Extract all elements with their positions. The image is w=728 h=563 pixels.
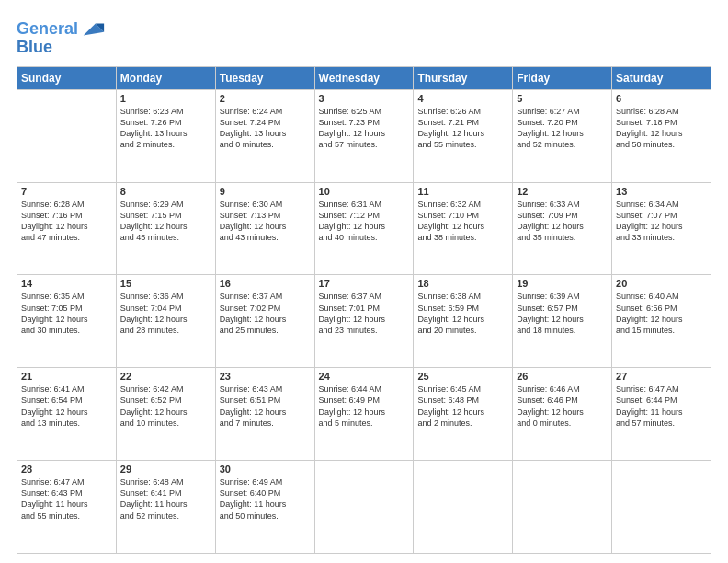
day-info: Sunrise: 6:42 AM Sunset: 6:52 PM Dayligh… [120,384,211,429]
day-number: 17 [319,278,410,289]
calendar-cell: 1Sunrise: 6:23 AM Sunset: 7:26 PM Daylig… [116,89,215,182]
logo: General Blue [17,17,106,57]
day-info: Sunrise: 6:37 AM Sunset: 7:01 PM Dayligh… [319,291,410,336]
day-number: 9 [220,186,311,197]
calendar-cell: 20Sunrise: 6:40 AM Sunset: 6:56 PM Dayli… [612,275,711,368]
calendar-cell: 6Sunrise: 6:28 AM Sunset: 7:18 PM Daylig… [612,89,711,182]
day-number: 16 [220,278,311,289]
header: General Blue [17,17,711,57]
week-row-3: 21Sunrise: 6:41 AM Sunset: 6:54 PM Dayli… [17,368,711,461]
day-number: 19 [517,278,608,289]
logo-general: General [17,19,78,38]
calendar-cell: 17Sunrise: 6:37 AM Sunset: 7:01 PM Dayli… [314,275,414,368]
day-info: Sunrise: 6:43 AM Sunset: 6:51 PM Dayligh… [220,384,311,429]
calendar-cell: 29Sunrise: 6:48 AM Sunset: 6:41 PM Dayli… [116,461,215,554]
calendar-cell: 18Sunrise: 6:38 AM Sunset: 6:59 PM Dayli… [414,275,513,368]
day-number: 28 [21,464,112,475]
day-info: Sunrise: 6:24 AM Sunset: 7:24 PM Dayligh… [220,106,311,151]
calendar-cell: 16Sunrise: 6:37 AM Sunset: 7:02 PM Dayli… [215,275,314,368]
week-row-0: 1Sunrise: 6:23 AM Sunset: 7:26 PM Daylig… [17,89,711,182]
day-number: 20 [616,278,707,289]
calendar-cell: 22Sunrise: 6:42 AM Sunset: 6:52 PM Dayli… [116,368,215,461]
day-number: 7 [21,186,112,197]
day-number: 10 [319,186,410,197]
day-info: Sunrise: 6:28 AM Sunset: 7:16 PM Dayligh… [21,199,112,244]
day-info: Sunrise: 6:34 AM Sunset: 7:07 PM Dayligh… [616,199,707,244]
day-number: 25 [417,371,508,382]
day-info: Sunrise: 6:49 AM Sunset: 6:40 PM Dayligh… [220,477,311,522]
day-info: Sunrise: 6:35 AM Sunset: 7:05 PM Dayligh… [21,291,112,336]
day-number: 23 [220,371,311,382]
day-info: Sunrise: 6:37 AM Sunset: 7:02 PM Dayligh… [220,291,311,336]
calendar-cell: 27Sunrise: 6:47 AM Sunset: 6:44 PM Dayli… [612,368,711,461]
col-header-monday: Monday [116,66,215,89]
logo-icon [80,17,106,42]
calendar-cell: 8Sunrise: 6:29 AM Sunset: 7:15 PM Daylig… [116,182,215,275]
calendar-cell: 19Sunrise: 6:39 AM Sunset: 6:57 PM Dayli… [513,275,612,368]
calendar-cell: 9Sunrise: 6:30 AM Sunset: 7:13 PM Daylig… [215,182,314,275]
calendar-cell: 4Sunrise: 6:26 AM Sunset: 7:21 PM Daylig… [414,89,513,182]
day-number: 5 [517,93,608,104]
day-number: 21 [21,371,112,382]
day-info: Sunrise: 6:47 AM Sunset: 6:44 PM Dayligh… [616,384,707,429]
day-number: 3 [319,93,410,104]
calendar-cell: 13Sunrise: 6:34 AM Sunset: 7:07 PM Dayli… [612,182,711,275]
col-header-wednesday: Wednesday [314,66,414,89]
day-info: Sunrise: 6:40 AM Sunset: 6:56 PM Dayligh… [616,291,707,336]
calendar-cell [17,89,117,182]
calendar-cell [513,461,612,554]
day-info: Sunrise: 6:48 AM Sunset: 6:41 PM Dayligh… [120,477,211,522]
col-header-sunday: Sunday [17,66,117,89]
day-info: Sunrise: 6:28 AM Sunset: 7:18 PM Dayligh… [616,106,707,151]
week-row-1: 7Sunrise: 6:28 AM Sunset: 7:16 PM Daylig… [17,182,711,275]
calendar-cell: 10Sunrise: 6:31 AM Sunset: 7:12 PM Dayli… [314,182,414,275]
day-number: 18 [417,278,508,289]
week-row-2: 14Sunrise: 6:35 AM Sunset: 7:05 PM Dayli… [17,275,711,368]
calendar-cell: 7Sunrise: 6:28 AM Sunset: 7:16 PM Daylig… [17,182,117,275]
day-number: 27 [616,371,707,382]
calendar-cell [314,461,414,554]
calendar-table: SundayMondayTuesdayWednesdayThursdayFrid… [17,66,711,554]
calendar-cell: 2Sunrise: 6:24 AM Sunset: 7:24 PM Daylig… [215,89,314,182]
day-info: Sunrise: 6:30 AM Sunset: 7:13 PM Dayligh… [220,199,311,244]
day-number: 2 [220,93,311,104]
logo-text: General [17,20,78,39]
day-info: Sunrise: 6:39 AM Sunset: 6:57 PM Dayligh… [517,291,608,336]
day-info: Sunrise: 6:25 AM Sunset: 7:23 PM Dayligh… [319,106,410,151]
day-number: 22 [120,371,211,382]
day-info: Sunrise: 6:46 AM Sunset: 6:46 PM Dayligh… [517,384,608,429]
calendar-cell: 14Sunrise: 6:35 AM Sunset: 7:05 PM Dayli… [17,275,117,368]
day-info: Sunrise: 6:47 AM Sunset: 6:43 PM Dayligh… [21,477,112,522]
day-number: 24 [319,371,410,382]
day-info: Sunrise: 6:45 AM Sunset: 6:48 PM Dayligh… [417,384,508,429]
day-info: Sunrise: 6:38 AM Sunset: 6:59 PM Dayligh… [417,291,508,336]
day-info: Sunrise: 6:36 AM Sunset: 7:04 PM Dayligh… [120,291,211,336]
calendar-cell: 11Sunrise: 6:32 AM Sunset: 7:10 PM Dayli… [414,182,513,275]
day-number: 12 [517,186,608,197]
day-number: 4 [417,93,508,104]
week-row-4: 28Sunrise: 6:47 AM Sunset: 6:43 PM Dayli… [17,461,711,554]
day-number: 15 [120,278,211,289]
day-number: 30 [220,464,311,475]
day-number: 1 [120,93,211,104]
calendar-cell: 24Sunrise: 6:44 AM Sunset: 6:49 PM Dayli… [314,368,414,461]
calendar-cell: 12Sunrise: 6:33 AM Sunset: 7:09 PM Dayli… [513,182,612,275]
day-number: 11 [417,186,508,197]
day-info: Sunrise: 6:41 AM Sunset: 6:54 PM Dayligh… [21,384,112,429]
calendar-cell: 25Sunrise: 6:45 AM Sunset: 6:48 PM Dayli… [414,368,513,461]
day-info: Sunrise: 6:33 AM Sunset: 7:09 PM Dayligh… [517,199,608,244]
col-header-friday: Friday [513,66,612,89]
calendar-cell: 28Sunrise: 6:47 AM Sunset: 6:43 PM Dayli… [17,461,117,554]
col-header-tuesday: Tuesday [215,66,314,89]
calendar-cell: 26Sunrise: 6:46 AM Sunset: 6:46 PM Dayli… [513,368,612,461]
calendar-cell: 23Sunrise: 6:43 AM Sunset: 6:51 PM Dayli… [215,368,314,461]
calendar-cell: 15Sunrise: 6:36 AM Sunset: 7:04 PM Dayli… [116,275,215,368]
day-info: Sunrise: 6:27 AM Sunset: 7:20 PM Dayligh… [517,106,608,151]
day-info: Sunrise: 6:31 AM Sunset: 7:12 PM Dayligh… [319,199,410,244]
day-number: 6 [616,93,707,104]
day-number: 29 [120,464,211,475]
day-info: Sunrise: 6:32 AM Sunset: 7:10 PM Dayligh… [417,199,508,244]
day-number: 8 [120,186,211,197]
calendar-cell: 21Sunrise: 6:41 AM Sunset: 6:54 PM Dayli… [17,368,117,461]
col-header-saturday: Saturday [612,66,711,89]
